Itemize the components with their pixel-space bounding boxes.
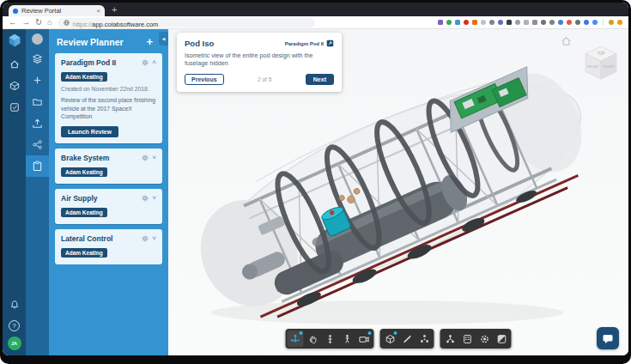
clipboard-icon bbox=[32, 161, 43, 172]
extension-icon[interactable] bbox=[558, 20, 563, 25]
measure-tool-button[interactable] bbox=[399, 331, 416, 347]
explode-tool-button[interactable] bbox=[416, 331, 433, 347]
zoom-tool-button[interactable] bbox=[322, 331, 338, 347]
view-cube-top-label: TOP bbox=[597, 52, 604, 56]
pan-tool-button[interactable] bbox=[305, 331, 321, 347]
extension-icon[interactable] bbox=[515, 20, 520, 25]
extension-icon[interactable] bbox=[567, 20, 572, 25]
url-bar[interactable]: https://app.colabsoftware.com bbox=[58, 18, 315, 27]
sidebar-item-add[interactable] bbox=[26, 70, 49, 91]
chevron-down-icon[interactable]: ˅ bbox=[152, 235, 156, 242]
extension-icon[interactable] bbox=[584, 20, 589, 25]
review-card[interactable]: Paradigm Pod II ˄ Adam Keating Created o… bbox=[55, 53, 162, 143]
extension-icon[interactable] bbox=[507, 20, 512, 25]
view-description: Isometric view of the entire pod design … bbox=[185, 52, 334, 67]
tab-title: Review Portal bbox=[21, 7, 93, 15]
panel-collapse-handle[interactable]: ◀ bbox=[159, 32, 168, 46]
camera-icon bbox=[359, 334, 370, 344]
tab-close-icon[interactable]: × bbox=[96, 8, 100, 15]
extension-icon[interactable] bbox=[481, 20, 486, 25]
review-card[interactable]: Lateral Control ˅ Adam Keating bbox=[55, 229, 162, 264]
background-toggle-button[interactable] bbox=[494, 331, 510, 347]
extension-icon[interactable] bbox=[575, 20, 580, 25]
card-settings-icon[interactable] bbox=[142, 155, 149, 161]
extension-icon[interactable] bbox=[592, 20, 598, 25]
plus-icon bbox=[32, 75, 43, 86]
review-card[interactable]: Brake System ˅ Adam Keating bbox=[55, 149, 162, 184]
help-icon: ? bbox=[9, 320, 20, 331]
extension-icon[interactable] bbox=[532, 20, 537, 25]
sidebar-item-share[interactable] bbox=[26, 134, 49, 155]
hand-icon bbox=[307, 334, 318, 344]
extension-icon[interactable] bbox=[472, 20, 477, 25]
extension-icon[interactable] bbox=[524, 20, 529, 25]
colab-logo-icon[interactable] bbox=[7, 33, 22, 48]
primary-sidebar: ? JA bbox=[3, 29, 26, 355]
extension-icon[interactable] bbox=[455, 20, 460, 25]
orbit-tool-button[interactable] bbox=[288, 331, 304, 347]
person-icon bbox=[342, 334, 352, 344]
notifications-button[interactable] bbox=[3, 294, 26, 315]
card-settings-icon[interactable] bbox=[142, 195, 149, 202]
secondary-sidebar bbox=[26, 29, 49, 355]
extension-icon[interactable] bbox=[498, 20, 503, 25]
help-button[interactable]: ? bbox=[3, 315, 26, 337]
extension-icon[interactable] bbox=[549, 20, 555, 25]
view-cube[interactable]: TOP FRONT RIGHT bbox=[581, 42, 621, 83]
back-icon[interactable]: ← bbox=[9, 18, 17, 27]
forward-icon[interactable]: → bbox=[22, 18, 31, 27]
sidebar-item-upload[interactable] bbox=[26, 112, 49, 134]
extension-icon[interactable] bbox=[446, 20, 452, 25]
sidebar-item-layers[interactable] bbox=[26, 48, 49, 70]
walk-tool-button[interactable] bbox=[339, 331, 355, 347]
sidebar-item-home[interactable] bbox=[3, 53, 26, 75]
owner-badge: Adam Keating bbox=[61, 208, 107, 217]
viewer-canvas[interactable]: Pod Iso Paradigm Pod II Isometric view o… bbox=[168, 29, 628, 355]
navigation-tool-group bbox=[286, 329, 374, 349]
sidebar-item-tasks[interactable] bbox=[3, 96, 26, 118]
new-tab-button[interactable]: + bbox=[112, 5, 117, 15]
chevron-up-icon[interactable]: ˄ bbox=[152, 59, 156, 66]
created-date: Created on November 22nd 2018. bbox=[61, 86, 156, 92]
card-settings-icon[interactable] bbox=[142, 59, 149, 66]
review-card[interactable]: Air Supply ˅ Adam Keating bbox=[55, 189, 162, 224]
contrast-square-icon bbox=[496, 334, 507, 344]
model-tree-tool-button[interactable] bbox=[442, 331, 458, 347]
reset-view-home-icon[interactable] bbox=[561, 36, 572, 46]
panel-title: Review Planner bbox=[57, 37, 146, 47]
upload-icon bbox=[32, 118, 43, 129]
extension-icon[interactable] bbox=[489, 20, 494, 25]
add-review-button[interactable]: + bbox=[146, 36, 153, 47]
section-tool-button[interactable] bbox=[382, 331, 398, 347]
card-settings-icon[interactable] bbox=[142, 235, 149, 242]
extension-icon[interactable] bbox=[464, 20, 469, 25]
folder-icon bbox=[32, 96, 43, 107]
extensions-row bbox=[438, 19, 622, 26]
viewer-settings-button[interactable] bbox=[476, 331, 493, 347]
chat-button[interactable] bbox=[597, 327, 619, 349]
sidebar-item-review-planner[interactable] bbox=[26, 155, 49, 177]
next-button[interactable]: Next bbox=[306, 74, 334, 85]
popout-icon[interactable] bbox=[326, 39, 334, 47]
chevron-down-icon[interactable]: ˅ bbox=[152, 195, 156, 202]
review-description: Review of the second place finishing veh… bbox=[61, 96, 156, 121]
extension-icon[interactable] bbox=[438, 20, 443, 25]
launch-review-button[interactable]: Launch Review bbox=[61, 126, 118, 137]
sidebar-item-files[interactable] bbox=[26, 91, 49, 112]
browser-toolbar: ← → ↻ ⌂ https://app.colabsoftware.com bbox=[3, 16, 628, 29]
previous-button[interactable]: Previous bbox=[185, 74, 224, 85]
profile-avatar-icon[interactable] bbox=[617, 20, 622, 25]
chevron-down-icon[interactable]: ˅ bbox=[152, 155, 156, 161]
extension-icon[interactable] bbox=[609, 20, 614, 25]
parts-panel-icon bbox=[462, 334, 472, 344]
camera-tool-button[interactable] bbox=[356, 331, 373, 347]
toolbar-divider bbox=[603, 19, 604, 26]
browser-home-icon[interactable]: ⌂ bbox=[47, 18, 52, 27]
workspace-avatar[interactable] bbox=[32, 33, 43, 45]
tree-hierarchy-icon bbox=[445, 334, 455, 344]
extension-icon[interactable] bbox=[541, 20, 546, 25]
reload-icon[interactable]: ↻ bbox=[35, 18, 42, 27]
parts-list-tool-button[interactable] bbox=[459, 331, 476, 347]
sidebar-item-models[interactable] bbox=[3, 75, 26, 96]
user-avatar[interactable]: JA bbox=[8, 337, 21, 350]
